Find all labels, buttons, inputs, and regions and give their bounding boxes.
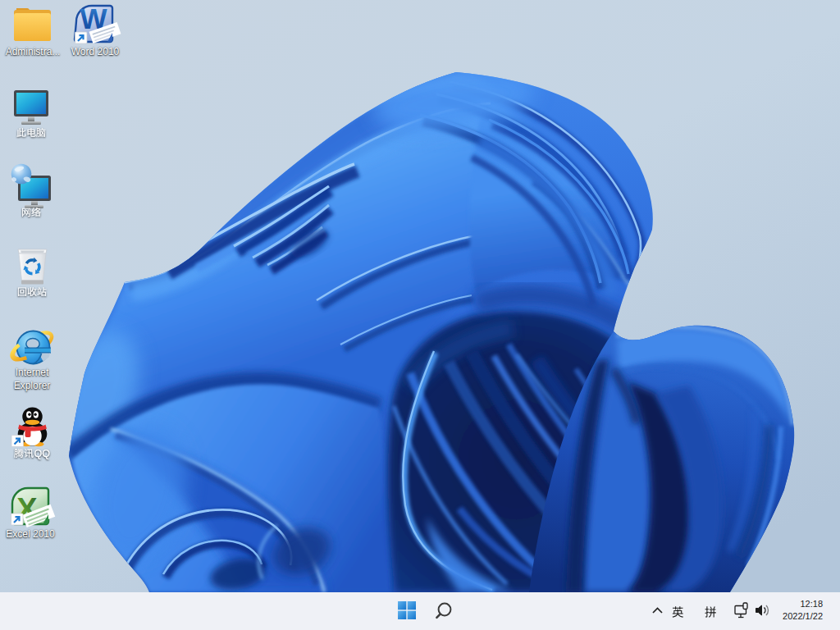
svg-text:QQ: QQ bbox=[34, 448, 51, 459]
